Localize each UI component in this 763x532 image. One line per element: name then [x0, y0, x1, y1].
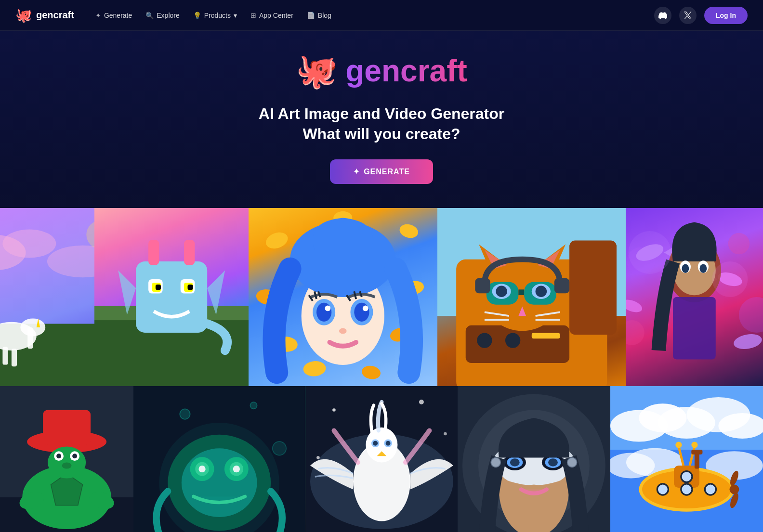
svg-point-162 [730, 485, 739, 494]
nav-left: 🐙 gencraft ✦ Generate 🔍 Explore 💡 Produc… [15, 7, 337, 23]
app-center-icon: ⊞ [250, 12, 256, 19]
gallery-image-masked-woman[interactable] [458, 386, 610, 532]
svg-point-103 [180, 409, 190, 419]
logo-link[interactable]: 🐙 gencraft [15, 7, 74, 23]
svg-point-85 [629, 231, 671, 274]
svg-point-137 [510, 458, 520, 467]
svg-rect-79 [673, 297, 716, 360]
svg-point-159 [682, 485, 692, 494]
svg-point-31 [303, 360, 327, 377]
svg-rect-90 [43, 410, 91, 445]
svg-point-86 [712, 261, 748, 297]
gallery [0, 208, 763, 532]
svg-rect-19 [187, 285, 193, 290]
svg-point-40 [363, 306, 368, 311]
svg-point-161 [706, 485, 715, 494]
gallery-image-blue-hair-girl[interactable] [249, 208, 437, 386]
svg-point-1 [2, 230, 56, 258]
svg-point-117 [419, 400, 424, 404]
svg-point-139 [491, 458, 501, 467]
svg-point-125 [373, 441, 378, 446]
svg-point-76 [733, 332, 763, 351]
svg-point-77 [626, 298, 644, 315]
hero-section: 🐙 gencraft AI Art Image and Video Genera… [0, 0, 763, 208]
svg-point-10 [86, 221, 94, 249]
nav-explore[interactable]: 🔍 Explore [140, 8, 185, 23]
explore-icon: 🔍 [145, 12, 154, 19]
x-twitter-icon [684, 12, 692, 19]
hero-octopus-icon: 🐙 [296, 54, 338, 88]
discord-icon [658, 12, 667, 19]
svg-rect-13 [136, 261, 207, 333]
svg-point-37 [316, 303, 331, 322]
svg-point-104 [250, 402, 257, 409]
svg-point-140 [567, 458, 577, 467]
svg-point-99 [62, 463, 72, 469]
svg-rect-48 [531, 333, 560, 339]
svg-point-46 [477, 333, 492, 348]
svg-point-25 [398, 222, 420, 240]
svg-point-70 [739, 297, 763, 333]
logo-octopus-icon: 🐙 [15, 7, 32, 23]
svg-rect-18 [156, 285, 161, 290]
x-twitter-button[interactable] [679, 7, 697, 24]
svg-point-39 [325, 306, 331, 311]
gallery-image-green-creature[interactable] [133, 386, 305, 532]
login-button[interactable]: Log In [704, 7, 748, 24]
svg-point-24 [263, 230, 290, 252]
generate-icon: ✦ [95, 12, 101, 19]
gallery-image-yellow-submarine[interactable] [610, 386, 763, 532]
svg-rect-7 [2, 347, 8, 365]
svg-rect-56 [518, 290, 524, 296]
nav-generate[interactable]: ✦ Generate [90, 8, 138, 23]
svg-point-138 [549, 458, 558, 467]
svg-point-167 [676, 442, 682, 448]
svg-point-47 [505, 333, 520, 348]
spark-icon: ✦ [353, 167, 360, 176]
svg-point-38 [354, 303, 369, 322]
svg-point-59 [496, 286, 507, 297]
navbar: 🐙 gencraft ✦ Generate 🔍 Explore 💡 Produc… [0, 0, 763, 31]
hero-logo: 🐙 gencraft [296, 53, 467, 89]
nav-links: ✦ Generate 🔍 Explore 💡 Products ▾ ⊞ App … [90, 8, 337, 23]
blog-icon: 📄 [307, 12, 315, 19]
products-icon: 💡 [193, 12, 201, 19]
logo-text: gencraft [36, 10, 74, 21]
svg-point-2 [47, 246, 94, 278]
svg-point-60 [535, 286, 546, 297]
svg-point-116 [332, 408, 336, 412]
gallery-image-cat-pilot[interactable] [437, 208, 626, 386]
svg-point-41 [339, 328, 347, 334]
svg-rect-21 [184, 240, 195, 265]
svg-point-97 [56, 454, 61, 458]
gallery-image-unicorn[interactable] [0, 208, 94, 386]
svg-point-32 [361, 364, 382, 381]
generate-button[interactable]: ✦ GENERATE [330, 159, 433, 184]
nav-app-center[interactable]: ⊞ App Center [245, 8, 299, 23]
hero-brand-name: gencraft [345, 53, 467, 89]
gallery-image-turtle-hat[interactable] [0, 386, 133, 532]
discord-button[interactable] [654, 7, 671, 24]
chevron-down-icon: ▾ [234, 12, 237, 19]
svg-point-168 [692, 442, 698, 448]
svg-point-71 [626, 320, 645, 345]
nav-blog[interactable]: 📄 Blog [301, 8, 337, 23]
svg-rect-62 [554, 278, 569, 293]
gallery-image-purple-fish[interactable] [626, 208, 763, 386]
gallery-image-dragon[interactable] [94, 208, 249, 386]
svg-point-126 [385, 441, 390, 446]
svg-point-157 [658, 485, 668, 494]
nav-right: Log In [654, 7, 748, 24]
gallery-row-2 [0, 386, 763, 532]
svg-rect-170 [692, 450, 703, 454]
svg-rect-8 [12, 349, 17, 366]
svg-point-83 [682, 264, 689, 273]
svg-rect-61 [475, 278, 490, 293]
svg-point-69 [728, 233, 750, 254]
hero-title: AI Art Image and Video Generator What wi… [259, 104, 504, 144]
gallery-image-white-bird[interactable] [305, 386, 458, 532]
svg-point-105 [273, 441, 287, 455]
svg-point-98 [72, 454, 77, 458]
svg-rect-44 [569, 241, 617, 335]
nav-products[interactable]: 💡 Products ▾ [187, 8, 243, 23]
